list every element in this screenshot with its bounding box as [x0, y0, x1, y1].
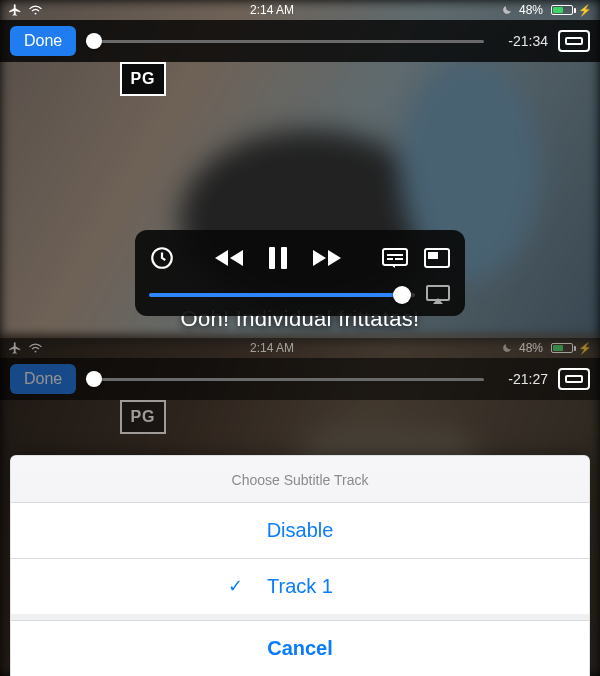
- battery-percent: 48%: [519, 341, 543, 355]
- svg-point-0: [35, 13, 37, 15]
- aspect-toggle-button[interactable]: [558, 30, 590, 52]
- status-bar: 2:14 AM 48% ⚡: [0, 0, 600, 20]
- volume-slider[interactable]: [149, 293, 415, 297]
- subtitle-option-label: Track 1: [267, 575, 333, 597]
- done-button[interactable]: Done: [10, 364, 76, 394]
- done-button[interactable]: Done: [10, 26, 76, 56]
- fast-forward-button[interactable]: [309, 245, 345, 271]
- status-time: 2:14 AM: [43, 3, 501, 17]
- playback-controls: [135, 230, 465, 316]
- rating-badge: PG: [120, 400, 166, 434]
- airplane-mode-icon: [8, 3, 22, 17]
- scrubber-thumb[interactable]: [86, 33, 102, 49]
- video-top-bar: Done -21:27: [0, 358, 600, 400]
- airplay-button[interactable]: [425, 284, 451, 306]
- action-sheet-group: Choose Subtitle Track Disable ✓ Track 1 …: [10, 455, 590, 676]
- svg-rect-6: [428, 252, 438, 259]
- status-bar: 2:14 AM 48% ⚡: [0, 338, 600, 358]
- picture-in-picture-button[interactable]: [423, 247, 451, 269]
- airplane-mode-icon: [8, 341, 22, 355]
- battery-percent: 48%: [519, 3, 543, 17]
- video-top-bar: Done -21:34: [0, 20, 600, 62]
- scrubber-thumb[interactable]: [86, 371, 102, 387]
- cancel-button[interactable]: Cancel: [11, 620, 589, 676]
- rewind-button[interactable]: [211, 245, 247, 271]
- time-remaining: -21:34: [494, 33, 548, 49]
- action-sheet-title: Choose Subtitle Track: [11, 456, 589, 502]
- svg-rect-3: [281, 247, 287, 269]
- check-icon: ✓: [228, 575, 243, 597]
- wifi-icon: [28, 342, 43, 354]
- battery-icon: ⚡: [549, 4, 592, 17]
- svg-rect-2: [269, 247, 275, 269]
- pause-button[interactable]: [267, 245, 289, 271]
- wifi-icon: [28, 4, 43, 16]
- top-screenshot: 2:14 AM 48% ⚡ Done -21:34 PG: [0, 0, 600, 338]
- do-not-disturb-icon: [501, 342, 513, 354]
- subtitle-option-track-1[interactable]: ✓ Track 1: [11, 558, 589, 614]
- subtitle-option-disable[interactable]: Disable: [11, 502, 589, 558]
- clock-icon[interactable]: [149, 245, 175, 271]
- bottom-screenshot: 2:14 AM 48% ⚡ Done -21:27 PG Choose Subt…: [0, 338, 600, 676]
- battery-icon: ⚡: [549, 342, 592, 355]
- status-time: 2:14 AM: [43, 341, 501, 355]
- aspect-toggle-button[interactable]: [558, 368, 590, 390]
- subtitle-action-sheet: Choose Subtitle Track Disable ✓ Track 1 …: [10, 455, 590, 676]
- rating-badge: PG: [120, 62, 166, 96]
- scrubber[interactable]: [86, 369, 484, 389]
- subtitles-button[interactable]: [381, 247, 409, 269]
- svg-point-8: [35, 351, 37, 353]
- scrubber[interactable]: [86, 31, 484, 51]
- svg-rect-7: [427, 286, 449, 300]
- time-remaining: -21:27: [494, 371, 548, 387]
- svg-rect-4: [383, 249, 407, 265]
- volume-thumb[interactable]: [393, 286, 411, 304]
- do-not-disturb-icon: [501, 4, 513, 16]
